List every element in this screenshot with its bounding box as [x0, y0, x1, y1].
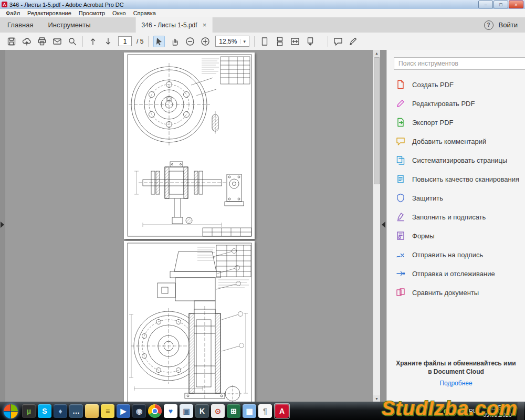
menu-edit[interactable]: Редактирование	[24, 9, 75, 17]
taskbar-notepad-icon[interactable]: ¶	[258, 404, 272, 418]
single-page-view-icon[interactable]	[259, 36, 270, 47]
watermark-main: StudIzba	[382, 397, 469, 419]
tool-label: Заполнить и подписать	[412, 213, 486, 221]
help-icon[interactable]: ?	[484, 20, 494, 30]
upload-cloud-icon[interactable]	[22, 36, 32, 47]
edit-pdf-icon	[395, 99, 405, 109]
hand-tool-icon[interactable]	[170, 36, 180, 47]
taskbar-app-icon[interactable]: ♦	[54, 404, 67, 418]
skype-glyph: S	[42, 407, 47, 415]
taskbar-utorrent-icon[interactable]: µ	[22, 404, 36, 418]
tool-label: Экспорт PDF	[412, 119, 453, 127]
taskbar-kmplayer-icon[interactable]: K	[195, 404, 209, 418]
search-input[interactable]	[394, 57, 525, 70]
close-button[interactable]: ×	[509, 1, 523, 8]
page-number-input[interactable]	[118, 36, 132, 46]
menu-help[interactable]: Справка	[130, 9, 160, 17]
taskbar-heart-app-icon[interactable]: ♥	[164, 404, 177, 418]
taskbar-notes-icon[interactable]: ≡	[101, 404, 114, 418]
drawing-page-2	[124, 241, 255, 402]
taskbar-search-app-icon[interactable]: ⊙	[211, 404, 225, 418]
tool-forms[interactable]: Формы	[387, 226, 525, 245]
toolbar-separator	[328, 36, 328, 47]
window-titlebar: A 346 - Листы 1-5.pdf - Adobe Acrobat Pr…	[0, 0, 525, 9]
learn-more-link[interactable]: Подробнее	[439, 380, 472, 387]
print-icon[interactable]	[37, 36, 47, 47]
tool-label: Повысить качество сканирования	[412, 175, 519, 183]
tool-label: Сравнить документы	[412, 289, 479, 297]
taskbar-chrome-icon[interactable]	[148, 404, 162, 418]
zoom-in-icon[interactable]	[200, 36, 211, 47]
taskbar-chat-icon[interactable]: …	[69, 404, 83, 418]
expand-right-pane-icon[interactable]	[382, 222, 385, 228]
taskbar-folder-icon[interactable]	[85, 404, 99, 418]
continuous-scroll-icon[interactable]	[275, 36, 285, 47]
save-icon[interactable]	[6, 36, 17, 47]
sign-in-button[interactable]: Войти	[499, 21, 518, 29]
zoom-level-dropdown[interactable]: 12,5% ▾	[215, 36, 249, 47]
scroll-up-icon[interactable]: ▲	[373, 50, 380, 57]
compare-documents-icon	[395, 288, 405, 298]
taskbar-viewer-icon[interactable]: ▣	[180, 404, 193, 418]
tool-edit-pdf[interactable]: Редактировать PDF	[387, 94, 525, 113]
heart-glyph: ♥	[169, 407, 173, 415]
tool-add-comment[interactable]: Добавить комментарий	[387, 132, 525, 151]
maximize-button[interactable]: □	[494, 1, 508, 8]
tab-document[interactable]: 346 - Листы 1-5.pdf ×	[135, 17, 214, 33]
menu-file[interactable]: Файл	[2, 9, 24, 17]
document-view: ▲ ▼	[0, 50, 387, 402]
select-tool-icon[interactable]	[153, 36, 165, 47]
taskbar-steam-icon[interactable]: ◉	[132, 404, 146, 418]
tool-send-for-signature[interactable]: Отправить на подпись	[387, 245, 525, 264]
image-viewer-glyph: ▦	[246, 407, 253, 415]
start-button[interactable]	[4, 404, 18, 418]
taskbar-skype-icon[interactable]: S	[38, 404, 51, 418]
tool-fill-sign[interactable]: Заполнить и подписать	[387, 207, 525, 226]
tab-tools[interactable]: Инструменты	[40, 17, 98, 33]
start-flag-blue	[4, 412, 10, 418]
tool-send-track[interactable]: Отправка и отслеживание	[387, 264, 525, 283]
tab-home[interactable]: Главная	[0, 17, 40, 33]
expand-left-pane-icon[interactable]	[1, 222, 4, 228]
minimize-button[interactable]: –	[478, 1, 493, 8]
create-pdf-icon	[395, 80, 405, 90]
tool-create-pdf[interactable]: Создать PDF	[387, 75, 525, 94]
pdf-page-2	[124, 241, 255, 402]
navigation-pane-collapsed[interactable]	[0, 50, 5, 402]
search-icon[interactable]	[67, 36, 78, 47]
comment-icon[interactable]	[333, 36, 343, 47]
previous-page-icon[interactable]	[88, 36, 98, 47]
tool-enhance-scans[interactable]: Повысить качество сканирования	[387, 170, 525, 188]
taskbar-media-player-icon[interactable]: ▶	[117, 404, 130, 418]
tool-protect[interactable]: Защитить	[387, 188, 525, 207]
tool-label: Добавить комментарий	[412, 138, 486, 145]
send-track-icon	[395, 269, 405, 279]
document-cloud-promo: Храните файлы и обменивайтесь ими в Docu…	[393, 359, 519, 387]
vertical-scrollbar[interactable]: ▲ ▼	[373, 50, 380, 402]
fit-width-icon[interactable]	[290, 36, 300, 47]
taskbar-active-app: A	[274, 403, 290, 419]
menu-window[interactable]: Окно	[109, 9, 130, 17]
scrollbar-thumb[interactable]	[374, 57, 380, 184]
taskbar-acrobat-icon[interactable]: A	[275, 404, 289, 418]
tool-organize-pages[interactable]: Систематизировать страницы	[387, 151, 525, 170]
chat-glyph: …	[72, 407, 80, 415]
pen-icon[interactable]	[348, 36, 359, 47]
taskbar-spreadsheet-icon[interactable]: ⊞	[227, 404, 240, 418]
page-total-label: / 5	[136, 38, 143, 45]
watermark-suffix: .com	[469, 397, 518, 419]
tool-label: Создать PDF	[412, 81, 454, 89]
toolbar-separator	[82, 36, 83, 47]
tool-label: Защитить	[412, 194, 443, 202]
zoom-out-icon[interactable]	[185, 36, 195, 47]
next-page-icon[interactable]	[103, 36, 113, 47]
menu-view[interactable]: Просмотр	[75, 9, 109, 17]
email-icon[interactable]	[52, 36, 62, 47]
scroll-mode-icon[interactable]	[305, 36, 316, 47]
close-tab-icon[interactable]: ×	[203, 21, 207, 29]
viewer-glyph: ▣	[183, 407, 190, 415]
show-desktop-button[interactable]	[518, 402, 524, 420]
taskbar-image-viewer-icon[interactable]: ▦	[243, 404, 256, 418]
tool-compare-documents[interactable]: Сравнить документы	[387, 283, 525, 302]
tool-export-pdf[interactable]: Экспорт PDF	[387, 113, 525, 132]
